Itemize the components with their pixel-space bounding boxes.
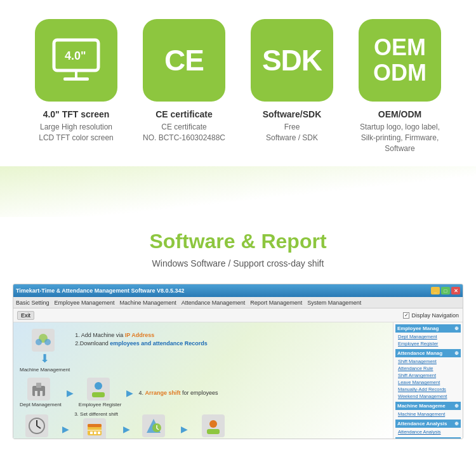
leave-mgmt-icon-wrap: Leave Management bbox=[193, 414, 238, 440]
step1-text: 1. Add Machine via IP Address 2.Downloan… bbox=[75, 331, 208, 347]
exit-button[interactable]: Exit bbox=[17, 311, 34, 320]
window-title: Timekart-Time & Attendance Management So… bbox=[16, 288, 184, 294]
window-menubar: Basic Setting Employee Management Machin… bbox=[13, 297, 463, 308]
step4-text: 4. Arrange shift for employees bbox=[138, 389, 218, 397]
software-screenshot: Timekart-Time & Attendance Management So… bbox=[13, 284, 463, 439]
arrow-4: ▶ bbox=[62, 424, 69, 434]
display-nav-checkbox[interactable]: ✓ bbox=[403, 312, 409, 319]
window-content: ⬇ Machine Management 1. Add Machine via … bbox=[13, 322, 463, 439]
sidebar-link-machine-management[interactable]: Machine Management bbox=[395, 411, 461, 418]
svg-rect-8 bbox=[36, 383, 41, 388]
close-button[interactable]: ✕ bbox=[451, 287, 460, 294]
badge-tft-title: 4.0" TFT screen bbox=[43, 109, 110, 119]
svg-line-15 bbox=[37, 426, 41, 428]
maximize-button[interactable]: □ bbox=[441, 287, 450, 294]
badge-ce-icon: CE bbox=[143, 19, 225, 102]
badges-section: 4.0" 4.0" TFT screen Large High resoluti… bbox=[0, 0, 476, 166]
step5-label: Attendance Rule bbox=[20, 439, 57, 440]
badge-sdk-text: SDK bbox=[262, 43, 322, 77]
svg-rect-19 bbox=[90, 432, 93, 434]
software-subtitle: Windows Software / Support cross-day shi… bbox=[25, 258, 451, 268]
sidebar-link-shift-arrangement[interactable]: Shift Arrangement bbox=[395, 372, 461, 379]
software-section: Software & Report Windows Software / Sup… bbox=[0, 217, 476, 284]
svg-rect-27 bbox=[207, 429, 220, 434]
shift-arr-icon-wrap: Shift Arrangement bbox=[135, 414, 176, 440]
arrow-6: ▶ bbox=[181, 424, 188, 434]
sidebar-link-leave-management[interactable]: Leave Management bbox=[395, 379, 461, 386]
sidebar-section-attendance-manag: Attendance Manag⊕ bbox=[395, 349, 461, 357]
sidebar-link-shift-management[interactable]: Shift Management bbox=[395, 358, 461, 365]
badge-ce-desc: CE certificate NO. BCTC-160302488C bbox=[143, 122, 225, 143]
down-arrow-1: ⬇ bbox=[40, 353, 50, 364]
menu-attendance[interactable]: Attendance Management bbox=[182, 300, 246, 306]
badge-sdk-title: Software/SDK bbox=[263, 109, 322, 119]
attend-rule-icon-wrap: Attendance Rule bbox=[20, 414, 57, 440]
menu-system[interactable]: System Management bbox=[307, 300, 361, 306]
shift-mgmt-icon bbox=[83, 418, 106, 439]
sidebar-section-employee-manag: Employee Manag⊕ bbox=[395, 324, 461, 333]
sidebar-link-manually-add-records[interactable]: Manually-Add Records bbox=[395, 386, 461, 393]
curve-divider bbox=[0, 166, 476, 217]
software-title: Software & Report bbox=[25, 230, 451, 253]
badge-ce: CE CE certificate CE certificate NO. BCT… bbox=[140, 19, 228, 143]
svg-rect-17 bbox=[88, 424, 102, 427]
arrow-3: ▶ bbox=[126, 388, 133, 398]
window-controls: _ □ ✕ bbox=[431, 287, 460, 294]
step3-text: 3. Set different shift bbox=[74, 411, 118, 417]
svg-rect-3 bbox=[63, 77, 89, 81]
sidebar-section-attendance-analysis: Attendance Analysis⊕ bbox=[395, 420, 461, 428]
emp-reg-icon bbox=[87, 378, 110, 400]
badge-tft: 4.0" 4.0" TFT screen Large High resoluti… bbox=[32, 19, 121, 143]
step7-label: Shift Arrangement bbox=[135, 439, 176, 440]
svg-point-6 bbox=[44, 339, 51, 345]
window-toolbar: Exit ✓ Display Navigation bbox=[13, 308, 463, 322]
badge-oem: OEM ODM OEM/ODM Startup logo, logo label… bbox=[355, 19, 444, 154]
sidebar-section-report-management: Report Management⊕ bbox=[395, 437, 461, 439]
svg-point-5 bbox=[36, 339, 42, 345]
machine-mgmt-icon bbox=[32, 329, 55, 352]
shift-mgmt-icon-wrap: Shift Management bbox=[76, 418, 117, 439]
badge-ce-title: CE certificate bbox=[155, 109, 212, 119]
step8-label: Leave Management bbox=[193, 439, 238, 440]
step2-label: Dept Management bbox=[20, 402, 62, 407]
badge-ce-text: CE bbox=[164, 43, 204, 77]
svg-rect-20 bbox=[94, 432, 96, 434]
menu-employee[interactable]: Employee Management bbox=[55, 300, 115, 306]
badge-oem-desc: Startup logo, logo label, Silk-printing,… bbox=[355, 122, 444, 154]
sidebar-section-machine-manageme: Machine Manageme⊕ bbox=[395, 402, 461, 410]
svg-rect-10 bbox=[40, 391, 43, 396]
arrow-2: ▶ bbox=[67, 388, 74, 398]
window-titlebar: Timekart-Time & Attendance Management So… bbox=[13, 284, 463, 297]
dept-mgmt-icon-wrap: Dept Management bbox=[20, 378, 62, 407]
badge-oem-text: OEM ODM bbox=[373, 35, 426, 85]
sidebar-link-dept-management[interactable]: Dept Management bbox=[395, 333, 461, 340]
arrow-5: ▶ bbox=[123, 424, 130, 434]
svg-text:4.0": 4.0" bbox=[65, 50, 86, 62]
machine-mgmt-icon-wrap: ⬇ Machine Management bbox=[20, 329, 70, 373]
menu-basic-setting[interactable]: Basic Setting bbox=[16, 300, 50, 306]
sidebar-link-attendance-analysis[interactable]: Attendance Analysis bbox=[395, 428, 461, 435]
step3-label: Employee Register bbox=[79, 402, 122, 407]
sidebar-link-employee-register[interactable]: Employee Register bbox=[395, 340, 461, 347]
svg-point-11 bbox=[95, 382, 102, 390]
badge-tft-desc: Large High resolution LCD TFT color scre… bbox=[39, 122, 114, 143]
step1-label: Machine Management bbox=[20, 367, 70, 373]
svg-rect-9 bbox=[35, 391, 37, 396]
sidebar-link-attendance-rule[interactable]: Attendance Rule bbox=[395, 365, 461, 372]
shift-arr-icon bbox=[142, 414, 165, 437]
badge-tft-icon: 4.0" bbox=[35, 19, 117, 102]
attend-rule-icon bbox=[25, 414, 48, 437]
badge-sdk: SDK Software/SDK Free Software / SDK bbox=[248, 19, 336, 143]
leave-mgmt-icon bbox=[202, 414, 225, 437]
menu-machine[interactable]: Machine Management bbox=[120, 300, 176, 306]
menu-report[interactable]: Report Management bbox=[250, 300, 302, 306]
minimize-button[interactable]: _ bbox=[431, 287, 440, 294]
sidebar-link-weekend-management[interactable]: Weekend Management bbox=[395, 393, 461, 400]
emp-reg-icon-wrap: Employee Register bbox=[79, 378, 122, 407]
display-nav-label: Display Navigation bbox=[411, 312, 459, 319]
svg-rect-12 bbox=[92, 392, 105, 397]
badge-oem-title: OEM/ODM bbox=[378, 109, 421, 119]
main-flow-area: ⬇ Machine Management 1. Add Machine via … bbox=[13, 322, 393, 439]
right-sidebar: Employee Manag⊕Dept ManagementEmployee R… bbox=[393, 322, 463, 439]
svg-rect-21 bbox=[98, 432, 100, 434]
